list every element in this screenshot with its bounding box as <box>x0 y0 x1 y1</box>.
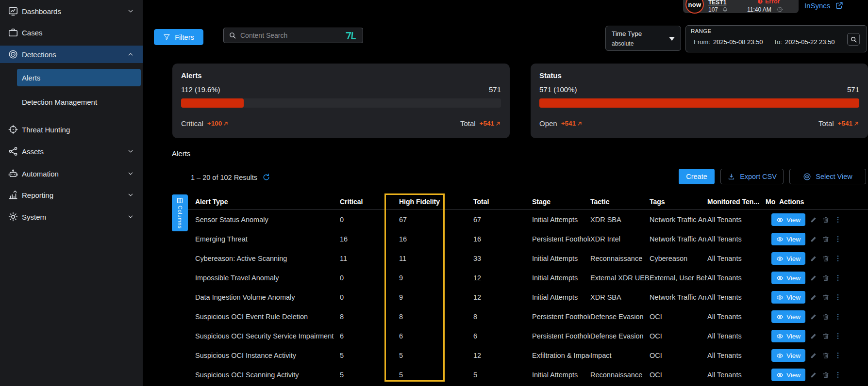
view-button[interactable]: View <box>771 291 805 304</box>
view-button[interactable]: View <box>771 272 805 284</box>
col-header-alert-type[interactable]: Alert Type <box>195 198 340 206</box>
caret-down-icon[interactable] <box>669 37 675 41</box>
col-header-mo[interactable]: Mo <box>766 198 779 206</box>
bell-icon[interactable] <box>722 6 728 13</box>
sidebar-subitem-alerts[interactable]: Alerts <box>17 69 141 86</box>
delete-trash-icon[interactable] <box>822 332 830 340</box>
cell-alert-type[interactable]: Cybereason: Active Scanning <box>195 255 340 262</box>
kebab-menu-icon[interactable] <box>834 235 842 243</box>
filters-button[interactable]: Filters <box>154 29 203 45</box>
sidebar-item-detections[interactable]: Detections <box>0 46 143 63</box>
sidebar-item-dashboards[interactable]: Dashboards <box>0 2 143 20</box>
card-footer-right-delta[interactable]: +541 <box>838 120 859 127</box>
col-header-stage[interactable]: Stage <box>532 198 590 206</box>
edit-pencil-icon[interactable] <box>810 332 818 340</box>
delete-trash-icon[interactable] <box>822 352 830 359</box>
sidebar-item-threat-hunting[interactable]: Threat Hunting <box>0 121 143 138</box>
sidebar-item-reporting[interactable]: Reporting <box>0 186 143 204</box>
vl-logo-icon[interactable] <box>345 32 357 40</box>
time-type-dropdown[interactable]: Time Type absolute <box>605 26 681 51</box>
columns-button[interactable]: Columns <box>172 194 188 231</box>
delete-trash-icon[interactable] <box>822 216 830 224</box>
col-header-critical[interactable]: Critical <box>340 198 399 206</box>
view-button[interactable]: View <box>771 213 805 226</box>
sidebar-nav: Dashboards Cases Detections Threat Hunti… <box>0 0 143 386</box>
kebab-menu-icon[interactable] <box>834 313 842 321</box>
view-button[interactable]: View <box>771 369 805 381</box>
cell-alert-type[interactable]: Sensor Status Anomaly <box>195 216 340 224</box>
sidebar-item-assets[interactable]: Assets <box>0 143 143 160</box>
cell-alert-type[interactable]: Suspicious OCI Scanning Activity <box>195 371 340 379</box>
cell-alert-type[interactable]: Data Ingestion Volume Anomaly <box>195 293 340 301</box>
tenant-status-block: now TEST1 107 Error 11:40 AM <box>683 0 799 13</box>
col-header-tactic[interactable]: Tactic <box>590 198 650 206</box>
view-button[interactable]: View <box>771 252 805 265</box>
kebab-menu-icon[interactable] <box>834 274 842 282</box>
export-csv-button[interactable]: Export CSV <box>720 169 784 184</box>
card-footer-left-delta[interactable]: +100 <box>207 120 229 127</box>
cell-alert-type[interactable]: Suspicious OCI Security Service Impairme… <box>195 332 340 340</box>
col-header-tags[interactable]: Tags <box>650 198 707 206</box>
edit-pencil-icon[interactable] <box>810 293 818 301</box>
insyncs-link[interactable]: InSyncs <box>804 1 843 10</box>
clock-icon[interactable] <box>777 6 783 13</box>
sidebar: Dashboards Cases Detections Threat Hunti… <box>0 0 143 386</box>
kebab-menu-icon[interactable] <box>834 216 842 224</box>
tenant-link[interactable]: TEST1 <box>708 0 726 6</box>
edit-pencil-icon[interactable] <box>810 274 818 282</box>
range-from-label: From: <box>694 38 710 46</box>
chevron-down-icon[interactable] <box>126 147 135 156</box>
chevron-down-icon[interactable] <box>126 212 135 221</box>
trend-up-icon <box>853 121 859 127</box>
kebab-menu-icon[interactable] <box>834 293 842 301</box>
view-button[interactable]: View <box>771 349 805 362</box>
kebab-menu-icon[interactable] <box>834 371 842 379</box>
select-view-button[interactable]: Select View <box>789 169 866 184</box>
sidebar-item-cases[interactable]: Cases <box>0 24 143 41</box>
edit-pencil-icon[interactable] <box>810 216 818 224</box>
delete-trash-icon[interactable] <box>822 293 830 301</box>
delete-trash-icon[interactable] <box>822 313 830 321</box>
chevron-down-icon[interactable] <box>126 169 135 178</box>
cell-monitored-tenants: All Tenants <box>707 255 766 262</box>
card-footer-left-delta[interactable]: +541 <box>561 120 583 127</box>
sidebar-subitem-detection-management[interactable]: Detection Management <box>17 93 141 111</box>
edit-pencil-icon[interactable] <box>810 235 818 243</box>
view-button[interactable]: View <box>771 330 805 342</box>
view-button[interactable]: View <box>771 310 805 323</box>
refresh-icon[interactable] <box>262 173 270 181</box>
delete-trash-icon[interactable] <box>822 235 830 243</box>
range-from-value[interactable]: 2025-05-08 23:50 <box>713 38 763 46</box>
chevron-up-icon[interactable] <box>126 50 135 59</box>
col-header-monitored-tenants[interactable]: Monitored Ten... <box>707 198 766 206</box>
cell-alert-type[interactable]: Suspicious OCI Instance Activity <box>195 352 340 359</box>
sidebar-item-label: Threat Hunting <box>22 126 70 134</box>
chevron-down-icon[interactable] <box>126 7 135 16</box>
create-button[interactable]: Create <box>679 169 715 184</box>
card-footer-right-label: Total <box>818 119 834 128</box>
edit-pencil-icon[interactable] <box>810 371 818 379</box>
kebab-menu-icon[interactable] <box>834 255 842 262</box>
col-header-total[interactable]: Total <box>473 198 532 206</box>
sidebar-item-system[interactable]: System <box>0 208 143 225</box>
sidebar-item-automation[interactable]: Automation <box>0 165 143 182</box>
edit-pencil-icon[interactable] <box>810 255 818 262</box>
cell-alert-type[interactable]: Suspicious OCI Event Rule Deletion <box>195 313 340 321</box>
table-row: Emerging Threat 16 16 16 Persistent Foot… <box>172 229 868 249</box>
range-to-value[interactable]: 2025-05-22 23:50 <box>785 38 835 46</box>
chevron-down-icon[interactable] <box>126 191 135 199</box>
col-header-high-fidelity[interactable]: High Fidelity <box>399 198 473 206</box>
cell-alert-type[interactable]: Emerging Threat <box>195 235 340 243</box>
delete-trash-icon[interactable] <box>822 274 830 282</box>
cell-alert-type[interactable]: Impossible Travel Anomaly <box>195 274 340 282</box>
kebab-menu-icon[interactable] <box>834 352 842 359</box>
delete-trash-icon[interactable] <box>822 371 830 379</box>
delete-trash-icon[interactable] <box>822 255 830 262</box>
card-footer-right-delta[interactable]: +541 <box>480 120 501 127</box>
edit-pencil-icon[interactable] <box>810 313 818 321</box>
view-button[interactable]: View <box>771 233 805 245</box>
range-search-button[interactable] <box>847 33 860 46</box>
content-search-input[interactable] <box>236 32 345 39</box>
kebab-menu-icon[interactable] <box>834 332 842 340</box>
edit-pencil-icon[interactable] <box>810 352 818 359</box>
